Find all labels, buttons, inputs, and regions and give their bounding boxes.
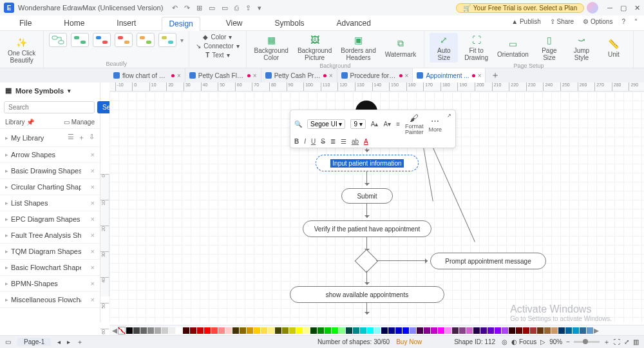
fit-page-icon[interactable]: ⛶ (614, 338, 620, 345)
color-swatch[interactable] (438, 327, 444, 334)
color-swatch[interactable] (218, 327, 225, 334)
add-tab-icon[interactable]: ＋ (486, 70, 505, 81)
color-swatch[interactable] (147, 327, 154, 334)
color-swatch[interactable] (176, 327, 182, 334)
zoom-slider[interactable] (574, 341, 600, 343)
color-swatch[interactable] (565, 327, 572, 334)
format-painter-button[interactable]: 🖌Format Painter (405, 113, 424, 135)
node-prompt-message[interactable]: Prompt appointment message (430, 253, 546, 269)
sidebar-item[interactable]: ▸Basic Drawing Shapes× (0, 163, 100, 179)
close-tab-icon[interactable]: × (177, 72, 181, 79)
node-verify[interactable]: Verify if the patient have appointment (303, 220, 431, 237)
color-swatch[interactable] (367, 327, 374, 334)
color-swatch[interactable] (183, 327, 189, 334)
color-swatch[interactable] (431, 327, 437, 334)
color-swatch[interactable] (360, 327, 366, 334)
color-swatch[interactable] (332, 327, 338, 334)
node-input-patient[interactable]: Input patient information (316, 155, 419, 171)
jump-style-button[interactable]: ⤻Jump Style (567, 33, 596, 63)
export-icon[interactable]: ⇪ (245, 4, 251, 12)
theme-preset-2[interactable] (71, 33, 89, 47)
page-size-button[interactable]: ▯Page Size (535, 33, 564, 63)
save-icon[interactable]: ▭ (222, 4, 228, 12)
color-swatch[interactable] (275, 327, 281, 334)
color-swatch[interactable] (261, 327, 267, 334)
color-swatch[interactable] (388, 327, 395, 334)
color-swatch[interactable] (580, 327, 586, 334)
sidebar-item[interactable]: ▸Miscellaneous Flowchart Sh...× (0, 292, 100, 308)
color-swatch[interactable] (317, 327, 324, 334)
avatar[interactable] (587, 2, 598, 14)
theme-preset-1[interactable] (49, 33, 67, 47)
undo-icon[interactable]: ↶ (172, 4, 178, 12)
underline-icon[interactable]: U (311, 138, 316, 145)
italic-icon[interactable]: I (304, 138, 306, 145)
color-swatch[interactable] (232, 327, 239, 334)
zoom-out-icon[interactable]: − (566, 338, 570, 345)
zoom-in-icon[interactable]: ＋ (603, 338, 610, 347)
pin-icon[interactable]: 📌 (26, 119, 34, 126)
presentation-icon[interactable]: ▷ (540, 338, 545, 345)
sidebar-item[interactable]: ▸List Shapes× (0, 195, 100, 211)
sidebar-header[interactable]: ▦ More Symbols ▾ (0, 82, 100, 99)
increase-font-icon[interactable]: A▴ (371, 121, 379, 128)
subscript-icon[interactable]: ab (352, 138, 359, 145)
page-tab[interactable]: Page-1 (17, 338, 51, 346)
help-icon[interactable]: ? (621, 18, 625, 25)
numbering-icon[interactable]: ☰ (341, 138, 346, 145)
color-swatch[interactable] (247, 327, 253, 334)
color-swatch[interactable] (162, 327, 168, 334)
doc-tab[interactable]: Petty Cash Proc...× (261, 68, 337, 82)
color-dropdown[interactable]: ◆ Color ▾ (194, 33, 240, 41)
doc-tab[interactable]: Appointment ...× (413, 68, 486, 82)
maximize-icon[interactable]: ▢ (620, 4, 627, 12)
menu-symbols[interactable]: Symbols (269, 17, 311, 30)
close-icon[interactable]: ✕ (634, 4, 640, 12)
theme-preset-4[interactable] (115, 33, 133, 47)
strikethrough-icon[interactable]: S (321, 138, 325, 145)
remove-library-icon[interactable]: × (91, 183, 95, 191)
color-swatch[interactable] (197, 327, 204, 334)
publish-button[interactable]: ▲ Publish (511, 18, 541, 25)
pages-icon[interactable]: ▭ (5, 338, 11, 345)
search-input[interactable] (4, 101, 95, 113)
color-swatch[interactable] (551, 327, 558, 334)
color-swatch[interactable] (374, 327, 381, 334)
menu-file[interactable]: File (13, 17, 38, 30)
fit-to-drawing-button[interactable]: ⛶Fit to Drawing (462, 33, 491, 63)
unit-button[interactable]: 📏Unit (600, 37, 628, 59)
color-swatch[interactable] (402, 327, 409, 334)
manage-link[interactable]: ▭ Manage (64, 119, 95, 126)
add-library-icon[interactable]: ☰ (68, 133, 74, 142)
color-swatch[interactable] (530, 327, 536, 334)
menu-advanced[interactable]: Advanced (330, 17, 377, 30)
font-picker-icon[interactable]: 🔍 (294, 121, 302, 128)
close-tab-icon[interactable]: × (329, 72, 333, 79)
color-swatch[interactable] (155, 327, 161, 334)
color-swatch[interactable] (296, 327, 303, 334)
color-swatch[interactable] (410, 327, 416, 334)
close-tab-icon[interactable]: × (253, 72, 257, 79)
sidebar-item[interactable]: ▸Circular Charting Shapes× (0, 179, 100, 195)
target-icon[interactable]: ◎ (502, 338, 507, 345)
color-swatch[interactable] (573, 327, 579, 334)
close-tab-icon[interactable]: × (405, 72, 409, 79)
color-swatch[interactable] (445, 327, 451, 334)
color-swatch[interactable] (495, 327, 501, 334)
theme-more-icon[interactable]: ▾ (180, 37, 184, 44)
sidebar-item[interactable]: ▸BPMN-Shapes× (0, 276, 100, 292)
remove-library-icon[interactable]: × (91, 296, 95, 304)
connector-arrow[interactable] (366, 303, 367, 314)
focus-toggle[interactable]: ◐ Focus (511, 338, 536, 345)
remove-library-icon[interactable]: × (91, 215, 95, 223)
color-swatch[interactable] (466, 327, 473, 334)
sidebar-mylibrary[interactable]: ▸My Library ☰ ＋ ⇩ (0, 129, 100, 147)
color-swatch[interactable] (473, 327, 480, 334)
qat-more-icon[interactable]: ▾ (258, 4, 261, 12)
color-swatch[interactable] (303, 327, 310, 334)
remove-library-icon[interactable]: × (91, 264, 95, 271)
orientation-button[interactable]: ▭Orientation (495, 37, 531, 59)
color-swatch[interactable] (509, 327, 515, 334)
color-swatch[interactable] (133, 327, 140, 334)
theme-preset-6[interactable] (158, 33, 176, 47)
